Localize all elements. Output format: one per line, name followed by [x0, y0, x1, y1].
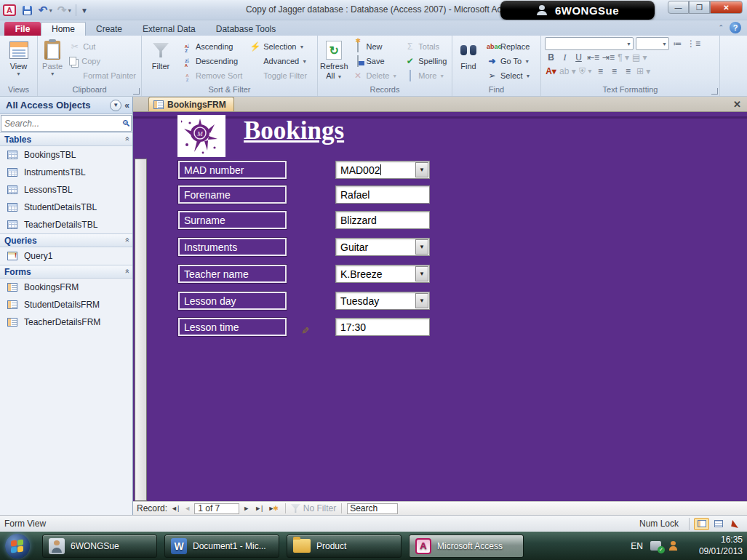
datasheet-view-button[interactable] [711, 518, 726, 530]
highlight-button[interactable]: ab ▾ [559, 65, 577, 78]
cut-button[interactable]: ✂Cut [66, 39, 139, 54]
collapse-group-icon[interactable]: » [122, 239, 131, 241]
text-formatting-dialog-launcher[interactable] [711, 88, 718, 95]
design-view-button[interactable] [727, 518, 743, 530]
font-size-combo[interactable]: ▼ [636, 37, 669, 50]
bold-button[interactable]: B [545, 51, 557, 64]
font-color-button[interactable]: A ▾ [545, 65, 557, 78]
collapse-group-icon[interactable]: » [122, 137, 131, 140]
taskbar-button-microsoft-access[interactable]: A Microsoft Access [409, 535, 524, 558]
record-selector-bar[interactable]: ✎ [135, 159, 147, 501]
increase-indent-button[interactable]: ⇥≡ [602, 51, 615, 64]
mad-number-combo[interactable]: MAD002▼ [335, 161, 430, 179]
dropdown-icon[interactable]: ▼ [415, 266, 428, 281]
language-indicator[interactable]: EN [631, 541, 643, 551]
clipboard-dialog-launcher[interactable] [133, 88, 140, 95]
dropdown-icon[interactable]: ▼ [415, 162, 428, 177]
nav-group-tables[interactable]: Tables » [0, 132, 132, 146]
italic-button[interactable]: I [559, 51, 571, 64]
tab-external-data[interactable]: External Data [132, 22, 206, 36]
remove-sort-button[interactable]: AZRemove Sort [179, 68, 245, 83]
nav-item-bookingstbl[interactable]: BookingsTBL [0, 146, 132, 164]
select-button[interactable]: ➢Select▼ [484, 68, 534, 83]
redo-button[interactable]: ↷▼ [57, 3, 73, 17]
nav-item-query1[interactable]: Query1 [0, 247, 132, 265]
table-grid-button[interactable]: ⊞ ▾ [636, 65, 651, 78]
taskbar-button-product-folder[interactable]: Product [287, 535, 402, 558]
gridlines-button[interactable]: ▤ ▾ [631, 51, 648, 64]
underline-button[interactable]: U [572, 51, 585, 64]
first-record-button[interactable]: ◄| [169, 505, 180, 512]
taskbar-clock[interactable]: 16:35 09/01/2013 [699, 534, 743, 557]
refresh-all-button[interactable]: ↻ Refresh All ▼ [320, 38, 348, 81]
help-icon[interactable]: ? [730, 22, 741, 33]
tab-bookingsfrm[interactable]: BookingsFRM [148, 97, 234, 111]
nav-item-bookingsfrm[interactable]: BookingsFRM [0, 279, 132, 296]
surname-input[interactable]: Blizzard [335, 211, 430, 229]
save-button[interactable] [19, 3, 35, 17]
nav-item-instrumentstbl[interactable]: InstrumentsTBL [0, 164, 132, 181]
align-center-button[interactable]: ≡ [608, 65, 620, 78]
record-position[interactable]: 1 of 7 [194, 503, 239, 514]
tab-file[interactable]: File [4, 22, 41, 36]
more-button[interactable]: More▼ [402, 68, 450, 83]
record-search-input[interactable] [347, 503, 398, 514]
nav-pane-header[interactable]: All Access Objects ▼ « [0, 97, 132, 114]
toggle-filter-button[interactable]: Toggle Filter [247, 68, 310, 83]
close-button[interactable]: ✕ [710, 1, 743, 14]
save-record-button[interactable]: Save [350, 54, 401, 68]
font-name-combo[interactable]: ▼ [545, 37, 634, 50]
filter-button[interactable]: Filter [144, 38, 177, 71]
previous-record-button[interactable]: ◄ [183, 505, 192, 512]
taskbar-button-word-document[interactable]: W Document1 - Mic... [164, 535, 279, 558]
safely-remove-hardware-icon[interactable] [650, 541, 661, 551]
descending-button[interactable]: ZA↓Descending [179, 54, 245, 68]
filter-status-button[interactable]: No Filter [291, 503, 336, 513]
start-button[interactable] [0, 532, 35, 560]
delete-record-button[interactable]: ✕Delete▼ [350, 68, 401, 83]
nav-group-queries[interactable]: Queries » [0, 233, 132, 247]
view-button[interactable]: View ▼ [2, 38, 35, 76]
nav-item-studentdetailsfrm[interactable]: StudentDetailsFRM [0, 296, 132, 313]
restore-button[interactable]: ❐ [689, 1, 710, 14]
spelling-button[interactable]: ✔Spelling [402, 54, 450, 68]
lesson-day-combo[interactable]: Tuesday▼ [335, 292, 430, 310]
tab-create[interactable]: Create [86, 22, 132, 36]
text-direction-button[interactable]: ¶ ▾ [617, 51, 630, 64]
new-blank-record-button[interactable]: ►✱ [266, 505, 279, 512]
nav-item-teacherdetailsfrm[interactable]: TeacherDetailsFRM [0, 313, 132, 331]
customize-qat-button[interactable]: ▼ [76, 4, 88, 16]
next-record-button[interactable]: ► [241, 505, 251, 512]
numbering-button[interactable]: ⋮≡ [686, 37, 701, 50]
close-document-icon[interactable]: ✕ [733, 99, 741, 110]
undo-button[interactable]: ↶▼ [38, 3, 54, 17]
tab-database-tools[interactable]: Database Tools [206, 22, 287, 36]
forename-input[interactable]: Rafael [335, 185, 430, 204]
last-record-button[interactable]: ►| [253, 505, 264, 512]
nav-search-input[interactable] [1, 119, 121, 129]
nav-item-studentdetailstbl[interactable]: StudentDetailsTBL [0, 199, 132, 216]
totals-button[interactable]: ΣTotals [402, 39, 450, 54]
ascending-button[interactable]: AZ↓Ascending [179, 39, 245, 54]
paste-button[interactable]: Paste ▼ [40, 38, 65, 76]
find-button[interactable]: Find [455, 38, 482, 71]
format-painter-button[interactable]: Format Painter [66, 68, 139, 83]
goto-button[interactable]: ➜Go To▼ [484, 54, 534, 68]
tray-user-icon[interactable] [668, 541, 678, 551]
minimize-button[interactable]: — [668, 1, 689, 14]
search-icon[interactable]: 🔍︎ [121, 119, 131, 129]
decrease-indent-button[interactable]: ⇤≡ [586, 51, 600, 64]
instruments-combo[interactable]: Guitar▼ [335, 238, 430, 256]
nav-item-lessonstbl[interactable]: LessonsTBL [0, 181, 132, 199]
collapse-group-icon[interactable]: » [122, 270, 131, 273]
minimize-ribbon-icon[interactable]: ⌃ [718, 24, 724, 31]
new-record-button[interactable]: New [350, 39, 401, 54]
nav-pane-menu-icon[interactable]: ▼ [110, 100, 121, 111]
dropdown-icon[interactable]: ▼ [415, 293, 428, 308]
align-right-button[interactable]: ≡ [622, 65, 634, 78]
lesson-time-input[interactable]: 17:30 [335, 318, 430, 336]
tab-home[interactable]: Home [41, 22, 86, 36]
fill-color-button[interactable]: ⛨ ▾ [578, 65, 593, 78]
form-view-button[interactable] [694, 518, 709, 530]
align-left-button[interactable]: ≡ [594, 65, 607, 78]
